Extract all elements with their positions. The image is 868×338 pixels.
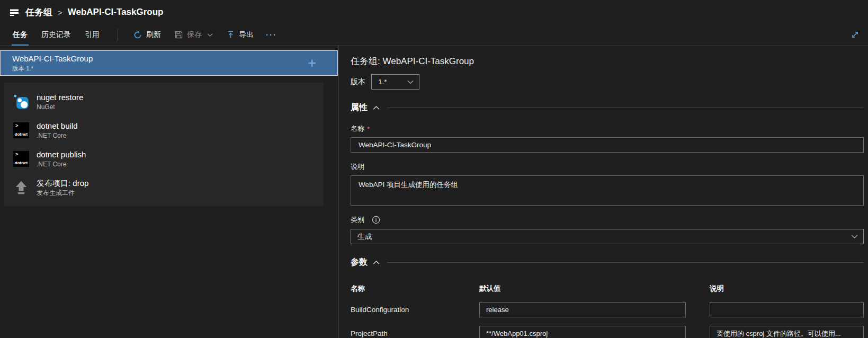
parameters-section-title: 参数 [351,257,368,268]
save-split-chevron-icon[interactable] [207,33,213,37]
upload-icon [13,180,29,195]
section-divider [387,108,864,108]
save-icon [175,31,183,39]
version-row: 版本 1.* [351,74,864,90]
breadcrumb-separator: > [58,8,62,17]
name-input[interactable]: WebAPI-CI-TaskGroup [351,137,864,153]
param-name: BuildConfiguration [351,306,479,314]
task-item-nuget-restore[interactable]: nuget restore NuGet [4,87,323,116]
tab-references[interactable]: 引用 [84,24,101,46]
toolbar: 任务 历史记录 引用 刷新 保存 导出 ··· [0,24,868,46]
toolbar-divider [118,29,118,41]
version-label: 版本 [351,77,365,87]
task-title: 发布项目: drop [37,179,88,188]
task-subtitle: .NET Core [37,161,86,168]
task-title: nuget restore [37,93,83,102]
description-field-label: 说明 [351,162,864,172]
save-button[interactable]: 保存 [175,30,213,40]
add-task-button[interactable]: + [308,58,316,68]
content-area: WebAPI-CI-TaskGroup 版本 1.* + nuget resto… [0,46,868,338]
detail-title: 任务组: WebAPI-CI-TaskGroup [351,55,864,67]
group-name: WebAPI-CI-TaskGroup [12,54,93,64]
dotnet-icon: > dotnet [13,122,29,138]
properties-section-header[interactable]: 属性 [351,102,864,113]
task-group-icon [9,7,20,17]
task-subtitle: 发布生成工件 [37,189,88,197]
dotnet-icon: > dotnet [13,151,29,167]
param-default-input[interactable]: **/WebApp01.csproj [479,326,686,338]
param-description-input[interactable] [710,302,864,317]
tab-tasks[interactable]: 任务 [12,24,29,46]
column-header-description: 说明 [710,284,864,293]
breadcrumb: 任务组 > WebAPI-CI-TaskGroup [0,0,868,24]
name-field-label: 名称 * [351,124,864,134]
column-header-default: 默认值 [479,284,710,293]
column-header-name: 名称 [351,284,479,293]
tab-history[interactable]: 历史记录 [40,24,72,46]
page-title: WebAPI-CI-TaskGroup [68,7,164,17]
selected-task-group-header[interactable]: WebAPI-CI-TaskGroup 版本 1.* + [0,50,338,76]
info-icon[interactable] [372,216,380,224]
task-item-publish-artifact[interactable]: 发布项目: drop 发布生成工件 [4,173,323,202]
export-icon [227,31,235,39]
version-dropdown[interactable]: 1.* [371,74,419,90]
category-value: 生成 [357,232,372,242]
nuget-icon [13,94,29,110]
required-marker: * [367,125,370,133]
group-version: 版本 1.* [12,65,93,72]
task-list-panel: WebAPI-CI-TaskGroup 版本 1.* + nuget resto… [0,46,339,338]
task-list: nuget restore NuGet > dotnet dotnet buil… [4,83,323,206]
task-item-dotnet-publish[interactable]: > dotnet dotnet publish .NET Core [4,145,323,173]
refresh-button[interactable]: 刷新 [133,30,161,40]
chevron-down-icon [851,234,858,239]
properties-section-title: 属性 [351,102,368,113]
category-field-label: 类别 [351,215,864,225]
chevron-up-icon [373,105,380,110]
param-name: ProjectPath [351,330,479,337]
task-subtitle: NuGet [37,103,83,111]
task-title: dotnet publish [37,150,86,159]
task-group-editor: 任务组 > WebAPI-CI-TaskGroup 任务 历史记录 引用 刷新 … [0,0,868,338]
param-default-input[interactable]: release [479,302,686,317]
fullscreen-icon[interactable] [850,30,860,40]
section-divider [387,262,864,263]
parameters-section-header[interactable]: 参数 [351,257,864,268]
param-description-input[interactable]: 要使用的 csproj 文件的路径。可以使用... [710,326,864,338]
chevron-down-icon [407,80,414,84]
category-dropdown[interactable]: 生成 [351,229,864,244]
task-group-detail-panel: 任务组: WebAPI-CI-TaskGroup 版本 1.* 属性 名称 [339,46,868,338]
breadcrumb-task-groups[interactable]: 任务组 [25,6,52,19]
task-item-dotnet-build[interactable]: > dotnet dotnet build .NET Core [4,116,323,145]
chevron-up-icon [373,260,380,265]
description-input[interactable]: WebAPI 项目生成使用的任务组 [351,175,864,206]
task-subtitle: .NET Core [37,132,78,139]
group-header-text: WebAPI-CI-TaskGroup 版本 1.* [12,54,93,72]
export-button[interactable]: 导出 [227,30,254,40]
version-value: 1.* [378,78,387,86]
parameters-table: 名称 默认值 说明 BuildConfiguration release Pro… [351,284,864,338]
task-title: dotnet build [37,121,78,131]
more-button[interactable]: ··· [266,30,277,39]
refresh-icon [133,31,142,39]
